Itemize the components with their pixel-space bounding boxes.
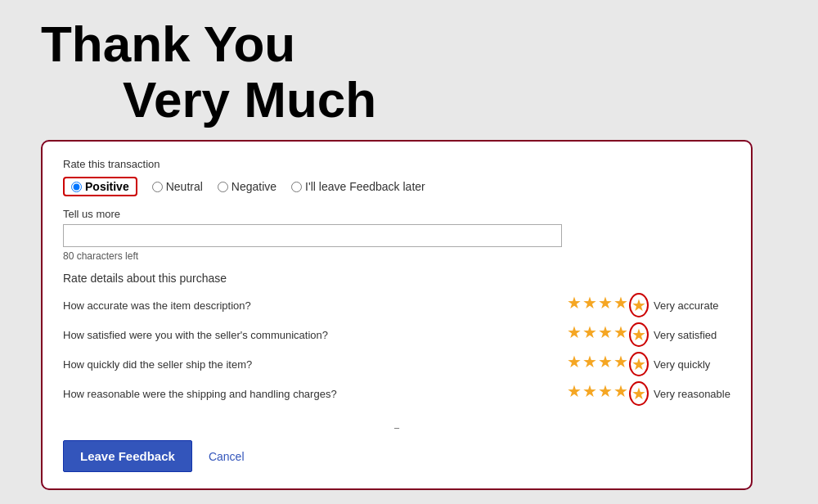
rating-question-4: How reasonable were the shipping and han… <box>63 388 567 400</box>
scrollbar-hint: – <box>63 422 730 432</box>
tell-us-input[interactable] <box>63 224 562 247</box>
star-2-3[interactable]: ★ <box>598 322 613 347</box>
stars-1[interactable]: ★ ★ ★ ★ ★ <box>567 293 649 317</box>
rating-stars-area-2: ★ ★ ★ ★ ★ Very satisfied <box>567 322 730 347</box>
star-2-5[interactable]: ★ <box>629 322 649 347</box>
star-2-4[interactable]: ★ <box>614 322 628 347</box>
rating-text-3: Very quickly <box>654 358 710 371</box>
feedback-card: Rate this transaction Positive Neutral N… <box>41 140 753 490</box>
tell-us-more-label: Tell us more <box>63 208 730 220</box>
leave-feedback-button[interactable]: Leave Feedback <box>63 440 192 472</box>
title-section: Thank You Very Much <box>16 8 401 136</box>
title-line2: Very Much <box>41 72 376 128</box>
stars-3[interactable]: ★ ★ ★ ★ ★ <box>567 352 649 376</box>
star-4-1[interactable]: ★ <box>567 381 582 406</box>
radio-negative-input[interactable] <box>218 182 228 192</box>
cancel-link[interactable]: Cancel <box>209 450 245 463</box>
action-row: Leave Feedback Cancel <box>63 440 730 472</box>
star-4-2[interactable]: ★ <box>582 381 597 406</box>
rating-stars-area-1: ★ ★ ★ ★ ★ Very accurate <box>567 293 730 317</box>
star-3-2[interactable]: ★ <box>582 352 597 376</box>
star-2-1[interactable]: ★ <box>567 322 582 347</box>
radio-later-input[interactable] <box>291 182 302 192</box>
star-2-2[interactable]: ★ <box>582 322 597 347</box>
radio-negative[interactable]: Negative <box>218 180 276 193</box>
star-3-4[interactable]: ★ <box>614 352 628 376</box>
radio-later[interactable]: I'll leave Feedback later <box>291 180 425 193</box>
negative-text: Negative <box>231 180 276 193</box>
positive-label: Positive <box>63 177 137 196</box>
rating-question-1: How accurate was the item description? <box>63 299 567 312</box>
stars-2[interactable]: ★ ★ ★ ★ ★ <box>567 322 649 347</box>
star-3-3[interactable]: ★ <box>598 352 613 376</box>
rating-text-2: Very satisfied <box>654 329 717 341</box>
stars-4[interactable]: ★ ★ ★ ★ ★ <box>567 381 649 406</box>
star-1-3[interactable]: ★ <box>598 293 613 317</box>
star-1-4[interactable]: ★ <box>614 293 628 317</box>
rate-details-label: Rate details about this purchase <box>63 272 730 285</box>
rating-text-1: Very accurate <box>654 299 719 312</box>
rating-row-1: How accurate was the item description? ★… <box>63 293 730 317</box>
star-1-1[interactable]: ★ <box>567 293 582 317</box>
positive-text: Positive <box>85 180 129 193</box>
later-text: I'll leave Feedback later <box>305 180 425 193</box>
star-3-1[interactable]: ★ <box>567 352 582 376</box>
rating-question-3: How quickly did the seller ship the item… <box>63 358 567 371</box>
title-line1: Thank You <box>41 16 376 72</box>
radio-positive[interactable]: Positive <box>63 177 137 196</box>
star-4-5[interactable]: ★ <box>629 381 649 406</box>
radio-group: Positive Neutral Negative I'll leave Fee… <box>63 177 730 196</box>
star-4-3[interactable]: ★ <box>598 381 613 406</box>
radio-neutral[interactable]: Neutral <box>152 180 203 193</box>
chars-left: 80 characters left <box>63 250 730 262</box>
radio-neutral-input[interactable] <box>152 182 163 192</box>
radio-positive-input[interactable] <box>71 182 82 192</box>
rating-row-4: How reasonable were the shipping and han… <box>63 381 730 406</box>
neutral-text: Neutral <box>166 180 203 193</box>
rating-question-2: How satisfied were you with the seller's… <box>63 329 567 341</box>
rate-transaction-label: Rate this transaction <box>63 158 730 170</box>
rating-row-2: How satisfied were you with the seller's… <box>63 322 730 347</box>
rating-text-4: Very reasonable <box>654 388 730 400</box>
star-3-5[interactable]: ★ <box>629 352 649 376</box>
rating-stars-area-4: ★ ★ ★ ★ ★ Very reasonable <box>567 381 730 406</box>
star-1-5[interactable]: ★ <box>629 293 649 317</box>
star-4-4[interactable]: ★ <box>614 381 628 406</box>
page-wrapper: Thank You Very Much Rate this transactio… <box>0 0 818 504</box>
rating-stars-area-3: ★ ★ ★ ★ ★ Very quickly <box>567 352 730 376</box>
rating-row-3: How quickly did the seller ship the item… <box>63 352 730 376</box>
rating-rows: How accurate was the item description? ★… <box>63 293 730 406</box>
star-1-2[interactable]: ★ <box>582 293 597 317</box>
